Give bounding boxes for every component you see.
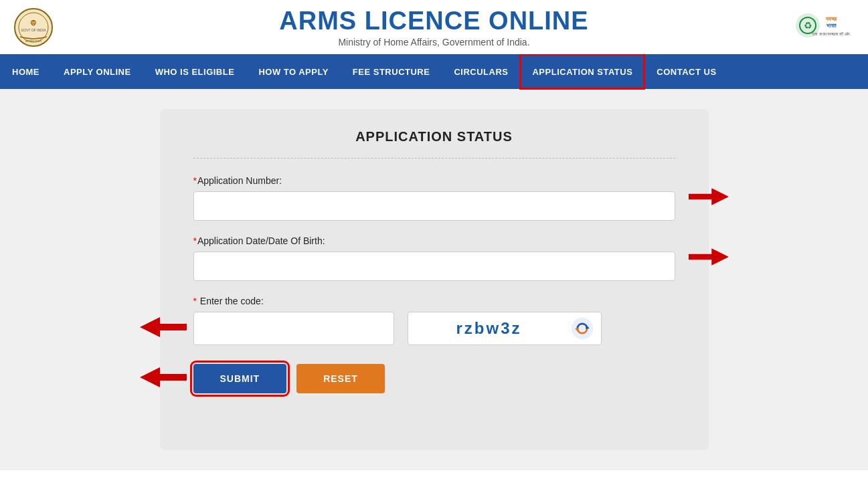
captcha-row: rzbw3z <box>193 312 675 345</box>
reset-button[interactable]: RESET <box>296 364 385 393</box>
required-star-2: * <box>193 235 197 246</box>
nav-apply-online[interactable]: APPLY ONLINE <box>52 54 143 89</box>
swachh-bharat-icon: ♻ स्वच्छ भारत एक कदम स्वच्छता की ओर <box>794 9 855 45</box>
nav-home[interactable]: HOME <box>0 54 52 89</box>
svg-text:🦁: 🦁 <box>30 19 37 26</box>
header-center: ARMS LICENCE ONLINE Ministry of Home Aff… <box>279 7 588 47</box>
captcha-input[interactable] <box>193 312 394 345</box>
svg-marker-11 <box>689 188 729 205</box>
nav-application-status[interactable]: APPLICATION STATUS <box>520 54 644 89</box>
svg-text:♻: ♻ <box>804 20 812 31</box>
application-number-group: *Application Number: <box>193 175 675 221</box>
application-status-card: APPLICATION STATUS *Application Number: … <box>160 109 709 450</box>
application-date-input[interactable] <box>193 252 675 281</box>
left-logo: 🦁 GOVT OF INDIA सत्यमेव जयते <box>13 7 54 47</box>
svg-text:स्वच्छ: स्वच्छ <box>825 16 837 22</box>
captcha-display: rzbw3z <box>408 312 602 345</box>
arrow-right-2 <box>689 245 729 272</box>
svg-text:GOVT OF INDIA: GOVT OF INDIA <box>21 28 46 32</box>
site-title: ARMS LICENCE ONLINE <box>279 7 588 35</box>
captcha-group: * Enter the code: rzbw3z <box>193 296 675 345</box>
application-date-label: *Application Date/Date Of Birth: <box>193 235 675 246</box>
required-star-1: * <box>193 175 197 186</box>
right-logo: ♻ स्वच्छ भारत एक कदम स्वच्छता की ओर <box>794 9 855 45</box>
svg-marker-17 <box>140 367 187 387</box>
form-title: APPLICATION STATUS <box>193 129 675 159</box>
nav-contact-us[interactable]: CONTACT US <box>644 54 728 89</box>
svg-point-14 <box>571 318 592 339</box>
form-buttons: SUBMIT RESET <box>193 364 675 393</box>
captcha-refresh-icon[interactable] <box>570 316 594 340</box>
arrow-left-submit <box>140 364 187 393</box>
submit-button[interactable]: SUBMIT <box>193 364 287 393</box>
svg-marker-13 <box>140 317 187 337</box>
arrow-left-captcha <box>140 314 187 343</box>
svg-text:भारत: भारत <box>827 23 837 29</box>
site-subtitle: Ministry of Home Affairs, Government of … <box>279 37 588 47</box>
required-star-3: * <box>193 296 199 306</box>
emblem-icon: 🦁 GOVT OF INDIA सत्यमेव जयते <box>13 7 54 47</box>
nav-circulars[interactable]: CIRCULARS <box>442 54 520 89</box>
svg-marker-12 <box>689 248 729 266</box>
arrow-right-1 <box>689 185 729 211</box>
main-navbar: HOME APPLY ONLINE WHO IS ELIGIBLE HOW TO… <box>0 54 868 89</box>
captcha-value: rzbw3z <box>415 319 563 338</box>
nav-fee-structure[interactable]: FEE STRUCTURE <box>341 54 442 89</box>
nav-how-to-apply[interactable]: HOW TO APPLY <box>246 54 340 89</box>
svg-text:एक कदम स्वच्छता की ओर: एक कदम स्वच्छता की ओर <box>812 31 850 36</box>
site-header: 🦁 GOVT OF INDIA सत्यमेव जयते ARMS LICENC… <box>0 0 868 54</box>
application-date-group: *Application Date/Date Of Birth: <box>193 235 675 281</box>
main-content: APPLICATION STATUS *Application Number: … <box>0 89 868 470</box>
application-number-input[interactable] <box>193 191 675 221</box>
nav-who-is-eligible[interactable]: WHO IS ELIGIBLE <box>143 54 247 89</box>
captcha-label: * Enter the code: <box>193 296 675 306</box>
application-number-label: *Application Number: <box>193 175 675 186</box>
svg-text:सत्यमेव जयते: सत्यमेव जयते <box>25 39 41 43</box>
